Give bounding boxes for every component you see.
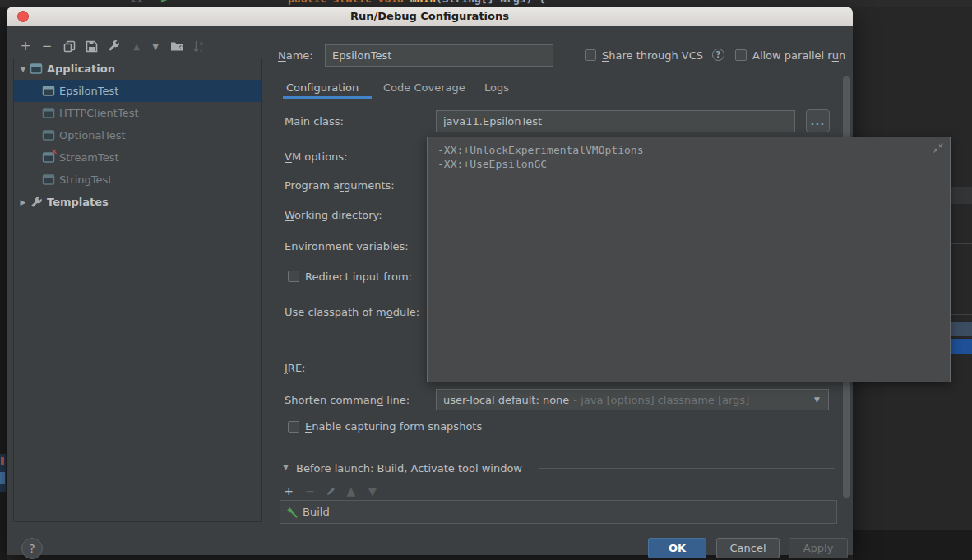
- active-tab-underline: [283, 96, 372, 99]
- add-configuration-button[interactable]: +: [18, 39, 33, 53]
- before-launch-build-item[interactable]: Build: [280, 500, 837, 524]
- question-mark-glyph: ?: [29, 542, 35, 555]
- tab-code-coverage[interactable]: Code Coverage: [383, 81, 465, 94]
- tree-item-epsilontest[interactable]: EpsilonTest: [14, 80, 261, 102]
- vm-options-text[interactable]: -XX:+UnlockExperimentalVMOptions -XX:+Us…: [437, 143, 643, 171]
- chevron-down-icon[interactable]: ▼: [18, 65, 28, 73]
- name-input-value: EpsilonTest: [332, 49, 391, 62]
- tree-item-label: StreamTest: [59, 151, 119, 164]
- vm-options-expanded-editor[interactable]: -XX:+UnlockExperimentalVMOptions -XX:+Us…: [427, 137, 951, 382]
- wrench-icon: [107, 39, 120, 53]
- main-class-label: Main class:: [285, 115, 344, 127]
- tree-group-application[interactable]: ▼ Application: [14, 58, 261, 80]
- vm-option-line: -XX:+UseEpsilonGC: [437, 158, 547, 170]
- form-separator: [278, 442, 837, 442]
- build-item-label: Build: [303, 506, 330, 518]
- move-up-button[interactable]: ▲: [129, 39, 144, 53]
- invalid-config-x-icon: ✕: [51, 147, 58, 156]
- chevron-down-icon: ▼: [814, 396, 820, 404]
- help-button[interactable]: ?: [21, 538, 43, 559]
- application-icon: [30, 62, 44, 76]
- application-icon: [42, 85, 56, 98]
- allow-parallel-run-label: Allow parallel run: [752, 49, 845, 62]
- enable-snapshots-checkbox[interactable]: [288, 421, 299, 433]
- enable-snapshots-label: Enable capturing form snapshots: [305, 420, 482, 433]
- background-band: [950, 187, 972, 204]
- move-down-button[interactable]: ▼: [148, 39, 163, 53]
- allow-parallel-run-checkbox[interactable]: [735, 49, 747, 61]
- tree-item-label: HTTPClientTest: [59, 107, 139, 119]
- background-divider: [950, 243, 972, 244]
- editor-code-line: public static void main(String[] args) {: [288, 0, 545, 5]
- code-method-name: main: [410, 0, 436, 5]
- before-launch-rule: [539, 468, 835, 469]
- tree-item-label: OptionalTest: [59, 129, 126, 141]
- svg-text:a: a: [200, 40, 203, 46]
- templates-wrench-icon: [30, 196, 44, 209]
- tree-item-httpclienttest[interactable]: HTTPClientTest: [14, 102, 261, 124]
- shorten-command-line-value: user-local default: none: [443, 394, 569, 406]
- remove-configuration-button[interactable]: −: [39, 39, 54, 53]
- tree-item-streamtest[interactable]: ✕ StreamTest: [14, 146, 261, 169]
- before-launch-remove-button[interactable]: −: [303, 484, 317, 498]
- help-question-glyph: ?: [716, 50, 721, 59]
- before-launch-up-button[interactable]: ▲: [344, 484, 359, 498]
- tree-item-optionaltest[interactable]: OptionalTest: [14, 124, 261, 146]
- sort-alphabetically-button[interactable]: az: [191, 39, 206, 53]
- ok-button[interactable]: OK: [648, 538, 706, 558]
- chevron-right-icon[interactable]: ▶: [18, 198, 28, 206]
- tree-item-label: EpsilonTest: [59, 85, 118, 97]
- run-gutter-icon: ▶: [161, 0, 168, 5]
- browse-main-class-button[interactable]: ...: [806, 109, 830, 132]
- apply-button[interactable]: Apply: [789, 538, 848, 558]
- new-folder-button[interactable]: [169, 39, 184, 53]
- before-launch-down-button[interactable]: ▼: [365, 484, 380, 498]
- before-launch-add-button[interactable]: +: [281, 484, 296, 498]
- share-vcs-checkbox[interactable]: [585, 49, 596, 61]
- share-vcs-label: Share through VCS: [602, 49, 703, 62]
- tree-group-label: Application: [47, 62, 115, 75]
- collapse-icon[interactable]: [933, 142, 944, 154]
- ellipsis-icon: ...: [811, 115, 826, 127]
- tab-configuration[interactable]: Configuration: [286, 81, 359, 94]
- code-rest: (String[] args) {: [436, 0, 545, 5]
- program-arguments-label: Program arguments:: [285, 179, 395, 192]
- name-input[interactable]: EpsilonTest: [325, 44, 553, 67]
- application-icon: [42, 174, 56, 187]
- environment-variables-label: Environment variables:: [285, 240, 409, 252]
- shorten-command-line-hint: - java [options] classname [args]: [573, 394, 749, 406]
- background-left-text-fragment: [0, 472, 5, 484]
- sort-az-icon: az: [192, 40, 205, 53]
- cancel-button[interactable]: Cancel: [716, 538, 780, 558]
- tree-group-templates[interactable]: ▶ Templates: [14, 191, 261, 213]
- edit-defaults-button[interactable]: [106, 39, 121, 53]
- before-launch-edit-button[interactable]: [323, 484, 338, 498]
- help-question-icon[interactable]: ?: [712, 49, 724, 61]
- chevron-down-icon[interactable]: ▼: [283, 463, 289, 471]
- background-corner: [853, 530, 972, 560]
- background-divider: [950, 314, 972, 315]
- tab-logs[interactable]: Logs: [484, 81, 509, 94]
- name-label: Name:: [278, 49, 313, 62]
- copy-configuration-button[interactable]: [62, 39, 76, 53]
- vm-options-label: VM options:: [285, 150, 348, 163]
- vm-option-line: -XX:+UnlockExperimentalVMOptions: [437, 144, 643, 156]
- new-folder-icon: [170, 40, 183, 52]
- tree-item-stringtest[interactable]: StringTest: [14, 169, 261, 191]
- save-configuration-button[interactable]: [84, 39, 99, 53]
- screen: 11 ▶ public static void main(String[] ar…: [0, 0, 972, 560]
- before-launch-title[interactable]: Before launch: Build, Activate tool wind…: [296, 462, 522, 474]
- application-broken-icon: ✕: [42, 151, 56, 164]
- main-class-value: java11.EpsilonTest: [443, 115, 542, 127]
- tree-group-label: Templates: [47, 196, 109, 208]
- shorten-command-line-label: Shorten command line:: [285, 394, 410, 406]
- redirect-input-label: Redirect input from:: [305, 271, 412, 283]
- main-class-input[interactable]: java11.EpsilonTest: [436, 110, 795, 132]
- shorten-command-line-dropdown[interactable]: user-local default: none - java [options…: [436, 389, 829, 410]
- copy-icon: [63, 40, 76, 53]
- pencil-icon: [326, 486, 336, 497]
- redirect-input-checkbox[interactable]: [288, 271, 299, 282]
- use-classpath-label: Use classpath of module:: [285, 306, 419, 318]
- editor-line-number: 11: [130, 0, 143, 5]
- dialog-titlebar[interactable]: Run/Debug Configurations: [7, 7, 853, 26]
